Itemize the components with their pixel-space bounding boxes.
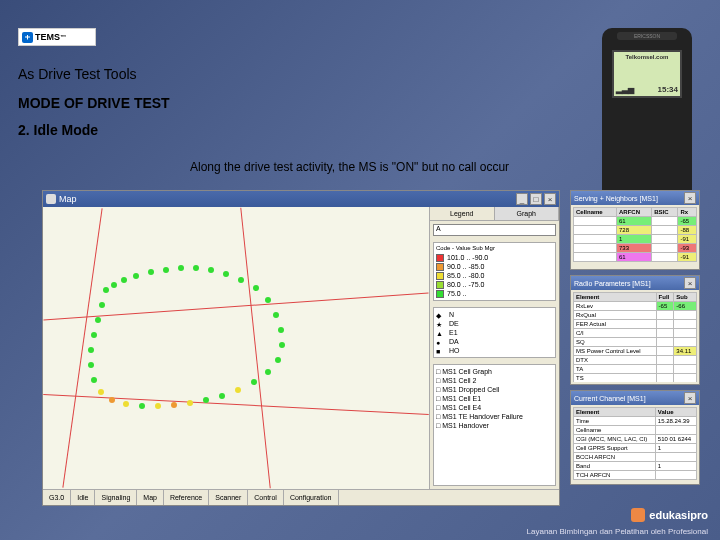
logo-icon xyxy=(22,32,33,43)
legend-title: Code - Value Sub Mgr xyxy=(436,245,553,251)
footer-tab[interactable]: G3.0 xyxy=(43,490,71,505)
radio-title: Radio Parameters [MS1] xyxy=(574,280,651,287)
legend-select[interactable]: A xyxy=(433,224,556,236)
shape-row: ▲E1 xyxy=(436,328,553,337)
layer-item[interactable]: □ MS1 Handover xyxy=(436,421,553,430)
footer-tab[interactable]: Signaling xyxy=(95,490,137,505)
footer-tab[interactable]: Map xyxy=(137,490,164,505)
channel-table: ElementValueTime15.28.24.39CellnameCGI (… xyxy=(573,407,697,480)
serving-titlebar[interactable]: Serving + Neighbors [MS1] × xyxy=(571,191,699,205)
edukasipro-logo: edukasipro xyxy=(631,508,708,522)
minimize-button[interactable]: _ xyxy=(516,193,528,205)
mode-desc: Along the drive test activity, the MS is… xyxy=(190,160,509,174)
legend-row: 85.0 .. -80.0 xyxy=(436,271,553,280)
shape-row: ●DA xyxy=(436,337,553,346)
subtitle: As Drive Test Tools xyxy=(18,66,137,82)
map-window: Map _ □ × xyxy=(42,190,560,506)
footer-tab[interactable]: Reference xyxy=(164,490,209,505)
maximize-button[interactable]: □ xyxy=(530,193,542,205)
serving-table: CellnameARFCNBSICRx61-65728-881-91733-93… xyxy=(573,207,697,262)
close-icon[interactable]: × xyxy=(684,392,696,404)
layer-item[interactable]: □ MS1 Cell E4 xyxy=(436,403,553,412)
layer-item[interactable]: □ MS1 Cell E1 xyxy=(436,394,553,403)
phone-brand: ERICSSON xyxy=(617,32,677,40)
map-titlebar[interactable]: Map _ □ × xyxy=(43,191,559,207)
layers-list[interactable]: □ MS1 Cell Graph□ MS1 Cell 2□ MS1 Droppe… xyxy=(433,364,556,486)
map-title: Map xyxy=(59,194,77,204)
serving-neighbors-panel: Serving + Neighbors [MS1] × CellnameARFC… xyxy=(570,190,700,270)
close-icon[interactable]: × xyxy=(684,192,696,204)
layer-item[interactable]: □ MS1 Dropped Cell xyxy=(436,385,553,394)
shapes-box: ◆N★DE▲E1●DA■HO xyxy=(433,307,556,358)
layer-item[interactable]: □ MS1 Cell Graph xyxy=(436,367,553,376)
channel-titlebar[interactable]: Current Channel [MS1] × xyxy=(571,391,699,405)
phone-screen: Telkomsel.com ▂▃▅ 15:34 xyxy=(612,50,682,98)
mode-item: 2. Idle Mode xyxy=(18,122,98,138)
layer-item[interactable]: □ MS1 Cell 2 xyxy=(436,376,553,385)
map-icon xyxy=(46,194,56,204)
phone-carrier: Telkomsel.com xyxy=(616,54,678,60)
shape-row: ◆N xyxy=(436,310,553,319)
channel-title: Current Channel [MS1] xyxy=(574,395,646,402)
map-footer-tabs: G3.0IdleSignalingMapReferenceScannerCont… xyxy=(43,489,559,505)
radio-parameters-panel: Radio Parameters [MS1] × ElementFullSubR… xyxy=(570,275,700,385)
close-button[interactable]: × xyxy=(544,193,556,205)
legend-row: 90.0 .. -85.0 xyxy=(436,262,553,271)
map-sidebar: Legend Graph A Code - Value Sub Mgr 101.… xyxy=(429,207,559,489)
footer-brand: edukasipro xyxy=(649,509,708,521)
legend-box: Code - Value Sub Mgr 101.0 .. -90.090.0 … xyxy=(433,242,556,301)
footer-tab[interactable]: Control xyxy=(248,490,284,505)
shape-row: ■HO xyxy=(436,346,553,355)
sidebar-tab-graph[interactable]: Graph xyxy=(495,207,560,220)
footer-tab[interactable]: Configuration xyxy=(284,490,339,505)
legend-row: 101.0 .. -90.0 xyxy=(436,253,553,262)
footer-tab[interactable]: Scanner xyxy=(209,490,248,505)
layer-item[interactable]: □ MS1 TE Handover Failure xyxy=(436,412,553,421)
radio-table: ElementFullSubRxLev-65-66RxQualFER Actua… xyxy=(573,292,697,382)
edukasi-icon xyxy=(631,508,645,522)
radio-titlebar[interactable]: Radio Parameters [MS1] × xyxy=(571,276,699,290)
close-icon[interactable]: × xyxy=(684,277,696,289)
sidebar-tab-legend[interactable]: Legend xyxy=(430,207,495,220)
shape-row: ★DE xyxy=(436,319,553,328)
mode-heading: MODE OF DRIVE TEST xyxy=(18,95,170,111)
phone-signal: ▂▃▅ xyxy=(616,85,634,94)
map-canvas[interactable] xyxy=(43,207,429,489)
serving-title: Serving + Neighbors [MS1] xyxy=(574,195,658,202)
phone-time: 15:34 xyxy=(658,85,678,94)
footer-tagline: Layanan Bimbingan dan Pelatihan oleh Pro… xyxy=(527,527,708,536)
tems-logo: TEMS ™ xyxy=(18,28,96,46)
logo-text: TEMS xyxy=(35,32,60,42)
legend-row: 75.0 .. xyxy=(436,289,553,298)
footer-tab[interactable]: Idle xyxy=(71,490,95,505)
current-channel-panel: Current Channel [MS1] × ElementValueTime… xyxy=(570,390,700,485)
legend-row: 80.0 .. -75.0 xyxy=(436,280,553,289)
